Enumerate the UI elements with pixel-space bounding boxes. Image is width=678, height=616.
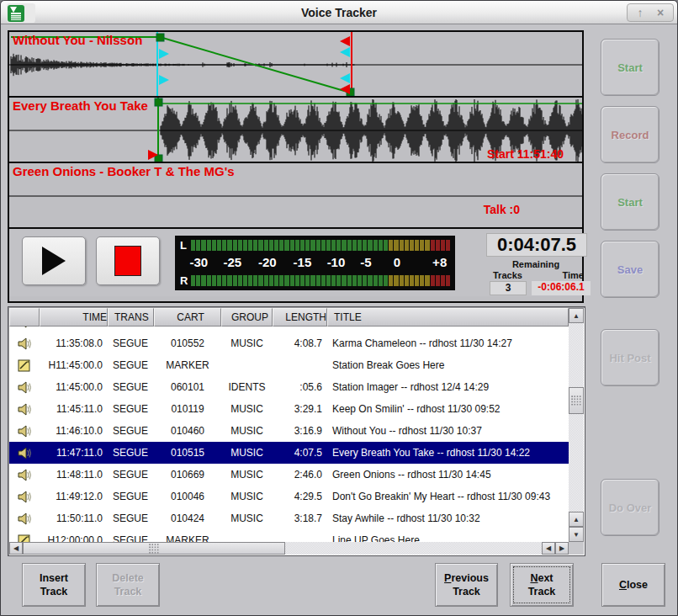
segue-marker xyxy=(340,73,350,83)
column-header-icon[interactable] xyxy=(9,308,40,327)
cell-time: 11:48:11.0 xyxy=(40,469,108,481)
waveform-panel-1[interactable]: Without You - Nilsson xyxy=(9,32,582,98)
meter-segment xyxy=(217,275,221,286)
play-button[interactable] xyxy=(22,236,86,285)
record-button[interactable]: Record xyxy=(601,106,659,163)
scroll-up-icon[interactable]: ▲ xyxy=(569,308,584,323)
stop-button[interactable] xyxy=(96,236,160,285)
horizontal-scrollbar[interactable]: ◀ ◀ ▶ xyxy=(9,542,569,555)
cell-trans: SEGUE xyxy=(108,359,154,371)
meter-segment xyxy=(336,240,341,251)
column-header-group[interactable]: GROUP xyxy=(221,308,273,327)
log-row[interactable]: 11:45:11.0SEGUE010119MUSIC3:29.1Keep On … xyxy=(9,398,569,420)
meter-segment xyxy=(425,240,429,251)
column-header-cart[interactable]: CART xyxy=(154,308,221,327)
hit-post-button[interactable]: Hit Post xyxy=(601,329,659,386)
meter-scale-label: -10 xyxy=(327,255,346,269)
meter-segment xyxy=(222,240,226,251)
cell-trans: SEGUE xyxy=(108,337,154,349)
meter-segment xyxy=(415,275,419,286)
log-row[interactable]: 11:48:11.0SEGUE010669MUSIC2:46.0Green On… xyxy=(9,464,569,486)
scrollbar-track[interactable] xyxy=(285,542,542,555)
cell-title: Station Break Goes Here xyxy=(327,359,569,371)
remaining-panel: Remaining Tracks Time 3 -0:06:06.1 xyxy=(481,259,591,295)
cell-icon xyxy=(9,447,40,459)
column-header-time[interactable]: TIME xyxy=(40,308,108,327)
meter-segment xyxy=(321,240,326,251)
close-button[interactable]: Close xyxy=(601,563,665,607)
shade-icon[interactable]: ↑ xyxy=(631,4,649,21)
log-table-header[interactable]: TIMETRANSCARTGROUPLENGTHTITLE xyxy=(9,308,569,327)
cell-trans: SEGUE xyxy=(108,491,154,502)
vertical-scrollbar[interactable]: ▲ ▲ ▼ xyxy=(569,308,584,542)
scroll-left-icon[interactable]: ◀ xyxy=(542,542,555,555)
previous-track-button[interactable]: Previous Track xyxy=(435,563,498,607)
start-segue-button[interactable]: Start xyxy=(601,39,659,96)
scroll-right-icon[interactable]: ▶ xyxy=(555,542,569,555)
close-icon[interactable]: × xyxy=(651,4,670,21)
meter-scale-label: +8 xyxy=(432,255,447,269)
cell-trans: SEGUE xyxy=(108,469,154,481)
scroll-left-icon[interactable]: ◀ xyxy=(9,542,23,555)
meter-scale-label: -15 xyxy=(294,255,312,269)
meter-segment xyxy=(227,275,231,286)
stop-icon xyxy=(114,246,141,276)
remaining-time-value: -0:06:06.1 xyxy=(532,281,591,295)
insert-track-button[interactable]: Insert Track xyxy=(22,563,86,607)
meter-segment xyxy=(326,240,331,251)
log-row[interactable]: 11:49:12.0SEGUE010046MUSIC4:29.5Don't Go… xyxy=(9,486,569,507)
meter-segment xyxy=(326,275,331,286)
meter-left-label: L xyxy=(180,239,191,252)
meter-segment xyxy=(305,275,310,286)
log-row[interactable]: 11:45:00.0SEGUE060101IDENTS:05.6Station … xyxy=(9,376,569,398)
meter-scale-label: -25 xyxy=(223,255,241,269)
scroll-up-icon[interactable]: ▲ xyxy=(569,512,584,527)
scrollbar-track[interactable] xyxy=(569,323,584,387)
meter-segment xyxy=(233,275,237,286)
meter-segment xyxy=(436,240,440,251)
scrollbar-thumb[interactable] xyxy=(569,387,584,414)
column-header-length[interactable]: LENGTH xyxy=(273,308,327,327)
scrollbar-thumb[interactable] xyxy=(23,542,285,555)
scroll-down-icon[interactable]: ▼ xyxy=(569,527,584,542)
meter-segment xyxy=(347,240,352,251)
cell-time: 11:46:10.0 xyxy=(40,425,108,437)
do-over-button[interactable]: Do Over xyxy=(601,479,659,536)
log-row[interactable] xyxy=(9,327,569,332)
cell-trans: SEGUE xyxy=(108,512,154,524)
log-row[interactable]: H12:00:00.0SEGUEMARKERLine UP Goes Here xyxy=(9,529,569,542)
next-track-button[interactable]: Next Track xyxy=(510,563,574,607)
log-row[interactable]: 11:35:08.0SEGUE010552MUSIC4:08.7Karma Ch… xyxy=(9,332,569,354)
log-row[interactable]: H11:45:00.0SEGUEMARKERStation Break Goes… xyxy=(9,354,569,376)
meter-segment xyxy=(305,240,310,251)
meter-segment xyxy=(274,275,278,286)
title-bar[interactable]: Voice Tracker ↑ × xyxy=(1,1,677,24)
meter-segment xyxy=(336,275,341,286)
waveform-panel-2[interactable]: Every Breath You Take Start 11:51:40 xyxy=(9,98,582,163)
column-header-trans[interactable]: TRANS xyxy=(108,308,154,327)
meter-segment xyxy=(342,275,346,286)
meter-segment xyxy=(373,275,378,286)
meter-segment xyxy=(196,240,200,251)
column-header-title[interactable]: TITLE xyxy=(327,308,569,327)
scrollbar-track[interactable] xyxy=(569,414,584,512)
cell-icon xyxy=(9,403,40,416)
start-next-button[interactable]: Start xyxy=(601,173,659,231)
waveform-panel-3[interactable]: Green Onions - Booker T & The MG's Talk … xyxy=(9,163,582,229)
log-row[interactable]: 11:46:10.0SEGUE010460MUSIC3:16.9Without … xyxy=(9,420,569,442)
cell-trans: SEGUE xyxy=(108,534,154,542)
cell-cart: 010460 xyxy=(154,425,221,437)
panel-title: Green Onions - Booker T & The MG's xyxy=(13,164,235,178)
scrollbar-corner xyxy=(569,542,584,555)
cell-title: Keep On Smilin' -- rdhost 11/30 09:52 xyxy=(327,403,569,415)
cell-title: Station Imager -- rdhost 12/4 14:29 xyxy=(327,381,569,393)
save-button[interactable]: Save xyxy=(601,241,659,298)
cell-icon xyxy=(9,327,40,328)
log-row[interactable]: 11:50:11.0SEGUE010424MUSIC3:18.7Stay Awh… xyxy=(9,507,569,529)
log-row[interactable]: 11:47:11.0SEGUE010515MUSIC4:07.5Every Br… xyxy=(9,442,569,464)
vu-meter: L -30-25-20-15-10-50+8 R xyxy=(175,236,455,290)
meter-segment xyxy=(420,275,424,286)
cell-time: 11:35:08.0 xyxy=(40,337,108,349)
cell-icon xyxy=(9,469,40,481)
delete-track-button[interactable]: Delete Track xyxy=(96,563,160,607)
